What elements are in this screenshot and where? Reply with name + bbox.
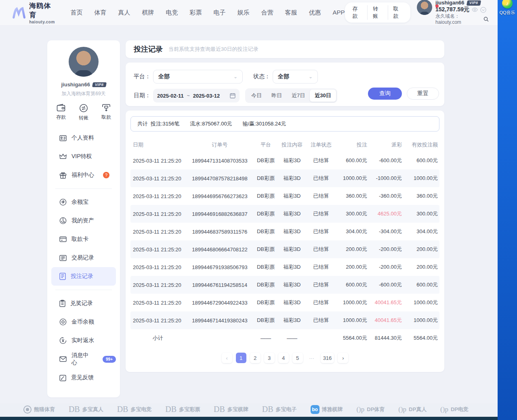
status-select[interactable]: 全部 ⌄: [273, 70, 318, 84]
nav-item[interactable]: 优惠: [309, 9, 321, 17]
nav-item[interactable]: 体育: [95, 9, 107, 17]
nav-item[interactable]: 棋牌: [142, 9, 154, 17]
page-button[interactable]: 2: [250, 353, 261, 363]
cell-platform: DB彩票: [254, 210, 277, 217]
sidebar-item-feedback[interactable]: 意见反馈: [51, 368, 116, 387]
sidebar-item-yuebao[interactable]: 余额宝: [51, 193, 116, 211]
brand-logo[interactable]: 海鸥体育 haiouty.com: [12, 1, 57, 24]
chevron-down-circle-icon[interactable]: [480, 7, 486, 13]
avatar[interactable]: [417, 0, 432, 15]
divider: [55, 188, 112, 189]
qq-music-label: QQ音乐: [498, 10, 517, 16]
page-button[interactable]: 1: [236, 353, 246, 363]
sidebar-item-welfare[interactable]: 福利中心 ?: [51, 166, 116, 184]
reset-button[interactable]: 重置: [407, 88, 439, 100]
cell-platform: DB彩票: [254, 228, 277, 235]
nav-item[interactable]: APP: [333, 9, 345, 17]
cell-content: 福彩3D: [277, 175, 307, 182]
results-panel: 共计 投注:3156笔 流水:875067.00元 输/赢:301058.24元…: [126, 111, 444, 372]
cell-valid: 1000.00元: [402, 317, 438, 324]
prev-page-button[interactable]: ‹: [222, 353, 232, 363]
cell-status: 已结算: [307, 175, 336, 182]
transfer-button[interactable]: 转账: [367, 5, 388, 20]
wallet-icon: [57, 104, 65, 112]
platform-label: 平台：: [134, 73, 151, 80]
sidebar-item-rebate[interactable]: 实时返水: [51, 331, 116, 350]
next-page-button[interactable]: ›: [338, 353, 348, 363]
cell-date: 2025-03-11 21:25:20: [130, 229, 185, 235]
cell-order: 1899447087578218498: [185, 176, 254, 182]
quick-transfer-button[interactable]: 转账: [79, 104, 88, 121]
cell-order: 1899446806664708122: [185, 247, 254, 253]
page-button[interactable]: 316: [321, 353, 334, 363]
range-7days-button[interactable]: 近7日: [287, 90, 310, 102]
page-button[interactable]: 5: [292, 353, 303, 363]
transaction-list-icon: [59, 255, 67, 261]
quick-range-group: 今日 昨日 近7日 近30日: [245, 88, 337, 103]
summary-bar: 共计 投注:3156笔 流水:875067.00元 输/赢:301058.24元: [130, 116, 439, 132]
cell-date: 2025-03-11 21:25:20: [130, 211, 185, 217]
cell-bet: 600.00元: [336, 281, 367, 288]
platform-select[interactable]: 全部 ⌄: [153, 70, 243, 84]
subtotal-bet: 5564.00元: [336, 334, 367, 342]
col-order: 订单号: [185, 141, 254, 148]
search-icon[interactable]: [483, 17, 489, 22]
quick-withdraw-button[interactable]: 取款: [101, 104, 111, 121]
withdraw-button[interactable]: 取款: [388, 5, 408, 20]
nav-item[interactable]: 彩票: [190, 9, 202, 17]
sidebar-item-vip[interactable]: VIP特权: [51, 147, 116, 166]
nav-item[interactable]: 电竞: [166, 9, 178, 17]
cell-payout: 40041.65元: [367, 317, 402, 324]
cell-payout: -360.00元: [367, 192, 402, 200]
nav-item[interactable]: 真人: [118, 9, 130, 17]
partner-name: 多宝棋牌: [227, 406, 248, 413]
partner-logo: ()p DP电竞: [440, 405, 469, 414]
search-button[interactable]: 查询: [368, 88, 402, 100]
sidebar-item-transactions[interactable]: 交易记录: [51, 249, 116, 267]
cell-content: 福彩3D: [277, 246, 307, 253]
eye-icon[interactable]: [472, 7, 478, 12]
qq-music-icon[interactable]: ♪: [502, 0, 513, 8]
range-today-button[interactable]: 今日: [246, 90, 267, 102]
page-subtitle: 当前系统支持查询最近30日的投注记录: [168, 46, 258, 53]
cell-bet: 300.00元: [336, 210, 367, 217]
nav-item[interactable]: 电子: [214, 9, 226, 17]
subtotal-payout: 81444.30元: [367, 334, 402, 342]
cell-platform: DB彩票: [254, 246, 277, 253]
sidebar-item-withdraw-card[interactable]: 取款卡: [51, 230, 116, 249]
status-value: 全部: [278, 73, 289, 80]
page-button[interactable]: 3: [264, 353, 275, 363]
partner-name: DP真人: [409, 406, 427, 413]
nav-item[interactable]: 合营: [261, 9, 273, 17]
quick-transfer-label: 转账: [79, 115, 88, 121]
nav-item[interactable]: 客服: [285, 9, 297, 17]
range-yesterday-button[interactable]: 昨日: [267, 90, 287, 102]
cell-valid: 200.00元: [402, 263, 438, 271]
nav-item[interactable]: 首页: [71, 9, 83, 17]
sidebar-item-coin-balance[interactable]: 金币余额: [51, 313, 116, 331]
cell-bet: 1000.00元: [336, 299, 367, 306]
deposit-button[interactable]: 存款: [347, 5, 368, 20]
range-30days-button[interactable]: 近30日: [310, 90, 336, 102]
page-button[interactable]: ···: [307, 353, 317, 363]
cell-status: 已结算: [307, 192, 336, 200]
mail-icon: [59, 356, 67, 362]
nav-item[interactable]: 娱乐: [237, 9, 250, 17]
date-range-input[interactable]: 2025-02-11 ~ 2025-03-12: [153, 89, 240, 102]
sidebar-item-assets[interactable]: 我的资产: [51, 211, 116, 230]
page-button[interactable]: 4: [278, 353, 289, 363]
partner-name: 多宝电竞: [130, 406, 151, 413]
sidebar-item-bet-records[interactable]: 投注记录: [51, 267, 116, 286]
quick-deposit-button[interactable]: 存款: [56, 104, 66, 121]
partner-name: DP体育: [367, 406, 385, 413]
partner-mark-icon: [23, 405, 32, 414]
cell-status: 已结算: [307, 317, 336, 324]
cell-date: 2025-03-11 21:25:20: [130, 282, 185, 288]
partner-logo: DB 多宝真人: [69, 405, 103, 414]
sidebar-item-profile[interactable]: 个人资料: [51, 129, 116, 147]
sidebar-item-prize-records[interactable]: 兑奖记录: [51, 294, 116, 313]
sidebar-item-messages[interactable]: 消息中心 99+: [51, 350, 116, 368]
cell-content: 福彩3D: [277, 192, 307, 200]
profile-avatar[interactable]: [69, 47, 99, 77]
partner-name: 多宝真人: [82, 406, 103, 413]
